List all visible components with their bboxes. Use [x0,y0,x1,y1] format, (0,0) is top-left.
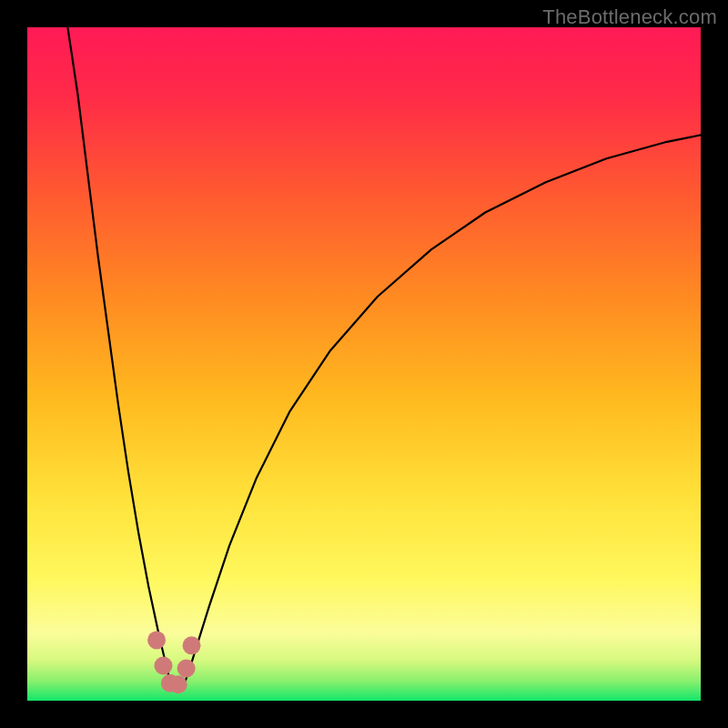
gradient-background [27,27,701,701]
marker-point [177,659,196,677]
marker-point [169,675,187,693]
plot-area [27,27,701,701]
chart-svg [27,27,701,701]
watermark-label: TheBottleneck.com [542,5,717,29]
chart-frame: TheBottleneck.com [0,0,728,728]
marker-point [147,631,166,649]
marker-point [183,636,201,654]
marker-point [154,657,172,675]
